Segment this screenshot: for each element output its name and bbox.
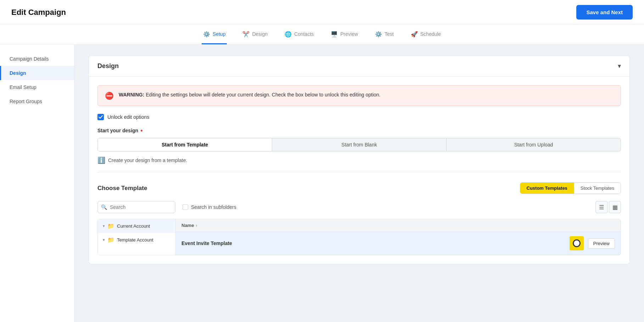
- setup-icon: ⚙️: [203, 31, 210, 38]
- design-card: Design ▾ ⛔ WARNING: Editing the settings…: [89, 55, 630, 264]
- sidebar-item-design[interactable]: Design: [0, 66, 74, 80]
- subfolder-check-row: Search in subfolders: [183, 204, 236, 210]
- folder-blue-icon: 📁: [107, 223, 114, 229]
- design-card-title: Design: [97, 62, 119, 70]
- preview-button[interactable]: Preview: [588, 238, 615, 249]
- sidebar-item-report-groups[interactable]: Report Groups: [0, 94, 74, 109]
- tree-item-template-account[interactable]: ▾ 📁 Template Account: [98, 233, 175, 247]
- template-list-header: Name ↑: [176, 219, 621, 232]
- tab-setup-label: Setup: [213, 31, 226, 37]
- start-design-label: Start your design: [97, 128, 138, 133]
- warning-banner: ⛔ WARNING: Editing the settings below wi…: [97, 85, 621, 106]
- sidebar-label-campaign-details: Campaign Details: [10, 56, 49, 62]
- info-text: Create your design from a template.: [108, 157, 187, 163]
- current-account-label: Current Account: [117, 223, 150, 229]
- tab-test[interactable]: ⚙️ Test: [374, 25, 395, 44]
- start-from-upload-button[interactable]: Start from Upload: [447, 138, 621, 151]
- template-name: Event Invite Template: [181, 240, 570, 246]
- schedule-icon: 🚀: [411, 31, 418, 38]
- unlock-checkbox[interactable]: [97, 114, 104, 120]
- design-option-toggle: Start from Template Start from Blank Sta…: [97, 138, 621, 151]
- sidebar-label-report-groups: Report Groups: [10, 99, 42, 104]
- sidebar-label-email-setup: Email Setup: [10, 84, 36, 90]
- template-browser: ▾ 📁 Current Account ▾ 📁 Template Account: [97, 219, 621, 255]
- search-input[interactable]: [97, 201, 175, 213]
- contacts-icon: 🌐: [285, 31, 292, 38]
- search-row: 🔍 Search in subfolders ☰ ▦: [97, 201, 621, 213]
- top-header: Edit Campaign Save and Next: [0, 0, 644, 25]
- page-title: Edit Campaign: [11, 8, 66, 17]
- template-type-toggle: Custom Templates Stock Templates: [520, 182, 621, 194]
- search-icon: 🔍: [101, 204, 107, 210]
- tabs-bar: ⚙️ Setup ✂️ Design 🌐 Contacts 🖥️ Preview…: [0, 25, 644, 45]
- template-account-label: Template Account: [117, 237, 153, 243]
- tab-preview[interactable]: 🖥️ Preview: [329, 25, 359, 44]
- arrow-collapsed-icon: ▾: [103, 238, 105, 242]
- view-icons: ☰ ▦: [595, 201, 621, 213]
- main-layout: Campaign Details Design Email Setup Repo…: [0, 45, 644, 322]
- tree-item-current-account[interactable]: ▾ 📁 Current Account: [98, 219, 175, 233]
- warning-body: Editing the settings below will delete y…: [144, 92, 380, 98]
- save-next-button[interactable]: Save and Next: [576, 5, 633, 20]
- sort-arrow-icon: ↑: [195, 223, 197, 228]
- tab-test-label: Test: [385, 31, 394, 37]
- design-icon: ✂️: [242, 31, 250, 38]
- tab-schedule-label: Schedule: [420, 31, 441, 37]
- choose-template-title: Choose Template: [97, 185, 147, 192]
- tab-contacts[interactable]: 🌐 Contacts: [283, 25, 315, 44]
- tab-setup[interactable]: ⚙️ Setup: [202, 25, 227, 44]
- tab-design-label: Design: [252, 31, 268, 37]
- sidebar-label-design: Design: [10, 70, 26, 76]
- preview-icon: 🖥️: [331, 31, 338, 38]
- stock-templates-button[interactable]: Stock Templates: [574, 183, 621, 194]
- sidebar: Campaign Details Design Email Setup Repo…: [0, 45, 74, 322]
- arrow-expanded-icon: ▾: [103, 224, 105, 228]
- tab-schedule[interactable]: 🚀 Schedule: [409, 25, 442, 44]
- subfolder-label: Search in subfolders: [191, 204, 236, 210]
- warning-bold: WARNING:: [119, 92, 144, 98]
- subfolder-checkbox[interactable]: [183, 204, 188, 210]
- required-dot: •: [140, 127, 142, 134]
- design-card-header: Design ▾: [89, 56, 629, 77]
- start-from-template-button[interactable]: Start from Template: [98, 138, 272, 151]
- custom-templates-button[interactable]: Custom Templates: [520, 183, 574, 194]
- test-icon: ⚙️: [375, 31, 382, 38]
- start-from-blank-button[interactable]: Start from Blank: [272, 138, 447, 151]
- start-design-label-row: Start your design •: [97, 127, 621, 134]
- unlock-label: Unlock edit options: [107, 114, 149, 120]
- table-row: Event Invite Template Preview: [176, 232, 621, 255]
- search-input-wrap: 🔍: [97, 201, 175, 213]
- grid-view-button[interactable]: ▦: [609, 201, 621, 213]
- tab-preview-label: Preview: [340, 31, 358, 37]
- checkmark-icon: [99, 115, 103, 119]
- unlock-checkbox-row: Unlock edit options: [97, 114, 621, 120]
- tab-contacts-label: Contacts: [294, 31, 314, 37]
- sidebar-item-email-setup[interactable]: Email Setup: [0, 80, 74, 94]
- template-thumbnail: [570, 236, 584, 250]
- template-list: Name ↑ Event Invite Template Preview: [176, 219, 621, 255]
- info-row: ℹ️ Create your design from a template.: [97, 156, 621, 172]
- folder-gray-icon: 📁: [107, 237, 114, 243]
- list-view-button[interactable]: ☰: [595, 201, 607, 213]
- name-column-header: Name: [181, 223, 194, 228]
- tab-design[interactable]: ✂️ Design: [241, 25, 269, 44]
- content-area: Design ▾ ⛔ WARNING: Editing the settings…: [74, 45, 644, 322]
- thumb-circle-icon: [573, 239, 581, 247]
- chevron-down-icon[interactable]: ▾: [618, 62, 621, 70]
- choose-template-header: Choose Template Custom Templates Stock T…: [97, 182, 621, 194]
- sidebar-item-campaign-details[interactable]: Campaign Details: [0, 52, 74, 66]
- warning-text: WARNING: Editing the settings below will…: [119, 91, 381, 99]
- warning-icon: ⛔: [105, 91, 114, 100]
- design-card-body: ⛔ WARNING: Editing the settings below wi…: [89, 77, 629, 264]
- info-icon: ℹ️: [97, 156, 105, 164]
- tree-panel: ▾ 📁 Current Account ▾ 📁 Template Account: [98, 219, 176, 255]
